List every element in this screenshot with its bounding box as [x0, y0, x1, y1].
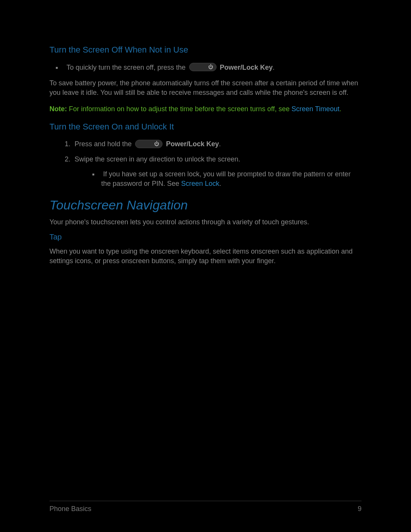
step2-text: Swipe the screen in any direction to unl…: [75, 155, 240, 163]
heading-turn-screen-off: Turn the Screen Off When Not in Use: [49, 44, 362, 56]
sub-suffix: .: [219, 180, 221, 187]
sub-prefix: If you have set up a screen lock, you wi…: [101, 170, 350, 187]
document-page: Turn the Screen Off When Not in Use To q…: [0, 0, 411, 532]
power-lock-key-label: Power/Lock Key: [220, 64, 273, 71]
touchscreen-intro: Your phone's touchscreen lets you contro…: [49, 217, 362, 227]
note-after: .: [339, 105, 341, 113]
heading-turn-screen-on: Turn the Screen On and Unlock It: [49, 121, 362, 133]
ordered-steps: Press and hold the Power/Lock Key. Swipe…: [49, 139, 362, 189]
footer-section-title: Phone Basics: [49, 504, 91, 514]
step1-suffix: .: [219, 140, 221, 148]
heading-touchscreen-navigation: Touchscreen Navigation: [49, 196, 362, 214]
note-paragraph: Note: For information on how to adjust t…: [49, 104, 362, 114]
bullet-text-prefix: To quickly turn the screen off, press th…: [67, 64, 188, 71]
screen-lock-link[interactable]: Screen Lock: [181, 180, 219, 187]
list-item: To quickly turn the screen off, press th…: [65, 63, 362, 72]
power-lock-key-icon: [135, 140, 162, 148]
tap-paragraph: When you want to type using the onscreen…: [49, 247, 362, 266]
bullet-list: To quickly turn the screen off, press th…: [49, 63, 362, 72]
step-item: Press and hold the Power/Lock Key.: [72, 139, 362, 149]
heading-tap: Tap: [49, 232, 362, 242]
list-item: If you have set up a screen lock, you wi…: [101, 169, 362, 189]
power-lock-key-label: Power/Lock Key: [166, 140, 219, 148]
bullet-text-suffix: .: [273, 64, 275, 71]
screen-timeout-link[interactable]: Screen Timeout: [292, 105, 339, 113]
power-lock-key-icon: [189, 63, 217, 71]
battery-save-paragraph: To save battery power, the phone automat…: [49, 78, 362, 97]
page-footer: Phone Basics 9: [49, 501, 362, 514]
note-label: Note:: [49, 105, 67, 113]
sub-bullet-list: If you have set up a screen lock, you wi…: [75, 169, 362, 189]
step-item: Swipe the screen in any direction to unl…: [72, 155, 362, 189]
note-text: For information on how to adjust the tim…: [67, 105, 292, 113]
footer-page-number: 9: [358, 504, 362, 514]
step1-prefix: Press and hold the: [75, 140, 134, 148]
